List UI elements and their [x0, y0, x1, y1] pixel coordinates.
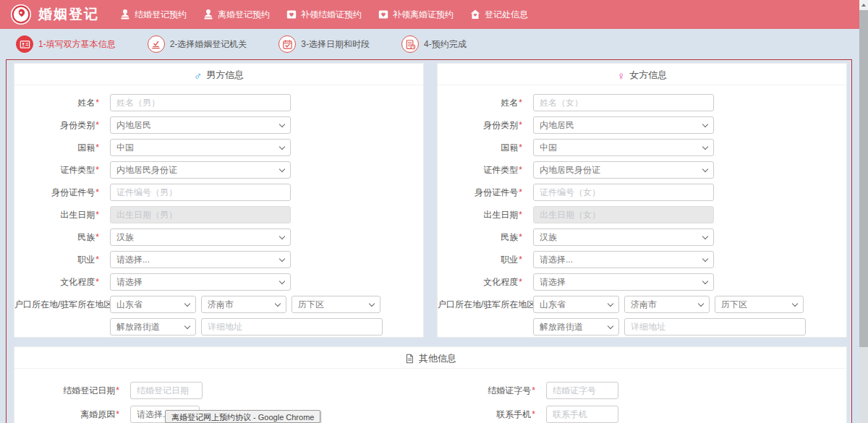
scroll-up-arrow-icon [861, 4, 866, 7]
scrollbar-thumb[interactable] [859, 10, 868, 347]
chevron-down-icon [698, 300, 704, 306]
female-ethnicity-label: 民族* [438, 228, 533, 246]
male-name-input[interactable] [110, 94, 291, 111]
contact-phone-input[interactable] [546, 406, 618, 423]
chevron-down-icon [608, 300, 613, 306]
nav-item-divorce-appointment[interactable]: 离婚登记预约 [203, 9, 270, 21]
male-education-row: 文化程度*请选择 [14, 273, 423, 291]
female-certificate-type-row: 证件类型*内地居民身份证 [438, 161, 846, 179]
female-nationality-row: 国籍*中国 [438, 139, 846, 156]
nav-item-marriage-appointment[interactable]: 结婚登记预约 [119, 9, 187, 21]
female-province-select[interactable]: 山东省 [533, 296, 619, 313]
male-region-row: 户口所在地/驻军所在地区县*山东省济南市历下区解放路街道 [14, 296, 423, 336]
female-detail-address-input[interactable] [624, 318, 806, 336]
female-nationality-label: 国籍* [438, 139, 533, 156]
step-2-select-authority[interactable]: 2-选择婚姻登记机关 [148, 35, 247, 53]
female-region-label: 户口所在地/驻军所在地区县* [438, 296, 533, 313]
female-form: 姓名*身份类别*内地居民国籍*中国证件类型*内地居民身份证身份证件号*出生日期*… [438, 85, 846, 336]
other-contact-phone-label: 联系手机* [430, 406, 546, 423]
female-city-select[interactable]: 济南市 [624, 296, 710, 313]
scroll-up-button[interactable] [859, 0, 868, 10]
chevron-down-icon [702, 233, 708, 239]
female-identity-type-row: 身份类别*内地居民 [438, 116, 846, 134]
female-certificate-type-select[interactable]: 内地居民身份证 [533, 161, 714, 179]
chevron-down-icon [702, 143, 708, 149]
other-panel-title: 其他信息 [14, 349, 846, 369]
main-nav: 结婚登记预约离婚登记预约补领结婚证预约补领离婚证预约登记处信息 [119, 9, 528, 21]
other-form: 结婚登记日期*离婚原因*请选择... 结婚证字号*联系手机* [14, 369, 846, 423]
other-marriage-registration-date-label: 结婚登记日期* [14, 382, 130, 399]
chevron-down-icon [279, 255, 285, 261]
marriage-registration-date-input[interactable] [130, 382, 203, 399]
female-occupation-select[interactable]: 请选择... [533, 251, 714, 268]
steps-bar: 1-填写双方基本信息2-选择婚姻登记机关3-选择日期和时段4-预约完成 [0, 29, 868, 59]
step-4-appointment-done[interactable]: 4-预约完成 [401, 35, 467, 53]
female-birth-date-label: 出生日期* [438, 206, 533, 223]
chevron-down-icon [279, 121, 285, 127]
stamp-check-icon [148, 35, 165, 53]
male-certificate-type-label: 证件类型* [14, 161, 110, 179]
male-id-number-label: 身份证件号* [14, 184, 110, 201]
female-name-input[interactable] [533, 94, 714, 111]
male-district-select[interactable]: 历下区 [292, 296, 380, 313]
step-1-basic-info[interactable]: 1-填写双方基本信息 [16, 35, 116, 53]
female-education-label: 文化程度* [438, 273, 533, 291]
female-nationality-select[interactable]: 中国 [533, 139, 714, 156]
male-panel-title: ♂ 男方信息 [14, 66, 423, 85]
female-gender-icon: ♀ [617, 70, 625, 81]
certificate-heart-icon [286, 9, 297, 20]
female-street-select[interactable]: 解放路街道 [533, 318, 619, 336]
male-ethnicity-select[interactable]: 汉族 [110, 228, 291, 246]
female-district-select[interactable]: 历下区 [715, 296, 804, 313]
female-identity-type-select[interactable]: 内地居民 [533, 116, 714, 134]
female-education-select[interactable]: 请选择 [533, 273, 714, 291]
male-identity-type-select[interactable]: 内地居民 [110, 116, 291, 134]
male-nationality-select[interactable]: 中国 [110, 139, 291, 156]
male-ethnicity-label: 民族* [14, 228, 110, 246]
browser-window-tooltip: 离婚登记网上预约协议 - Google Chrome [165, 410, 320, 423]
chevron-down-icon [702, 255, 708, 261]
other-info-panel: 其他信息 结婚登记日期*离婚原因*请选择... 结婚证字号*联系手机* [14, 346, 847, 423]
male-province-select[interactable]: 山东省 [110, 296, 196, 313]
female-info-panel: ♀ 女方信息 姓名*身份类别*内地居民国籍*中国证件类型*内地居民身份证身份证件… [437, 63, 847, 338]
other-form-right-column: 结婚证字号*联系手机* [430, 382, 846, 423]
male-certificate-type-select[interactable]: 内地居民身份证 [110, 161, 291, 179]
female-certificate-type-label: 证件类型* [438, 161, 533, 179]
step-3-select-date-time[interactable]: 3-选择日期和时段 [278, 35, 370, 53]
marriage-certificate-number-input[interactable] [546, 382, 618, 399]
nav-item-label: 登记处信息 [485, 9, 528, 21]
male-occupation-select[interactable]: 请选择... [110, 251, 291, 268]
chevron-down-icon [279, 143, 285, 149]
office-icon [469, 9, 481, 20]
male-identity-type-row: 身份类别*内地居民 [14, 116, 423, 134]
male-birth-date-input [110, 206, 291, 223]
chevron-down-icon [702, 121, 708, 127]
chevron-down-icon [702, 166, 708, 171]
other-marriage-certificate-number-label: 结婚证字号* [430, 382, 546, 399]
male-education-label: 文化程度* [14, 273, 110, 291]
male-city-select[interactable]: 济南市 [201, 296, 286, 313]
idcard-icon [16, 35, 33, 53]
female-id-number-input[interactable] [533, 184, 714, 201]
female-occupation-label: 职业* [438, 251, 533, 268]
female-ethnicity-select[interactable]: 汉族 [533, 228, 714, 246]
calendar-check-icon [278, 35, 296, 53]
female-panel-title-text: 女方信息 [629, 69, 667, 82]
nav-item-registry-office-info[interactable]: 登记处信息 [469, 9, 528, 21]
male-nationality-row: 国籍*中国 [14, 139, 423, 156]
male-street-select[interactable]: 解放路街道 [110, 318, 196, 336]
male-identity-type-label: 身份类别* [14, 116, 110, 134]
male-education-select[interactable]: 请选择 [110, 273, 291, 291]
nav-item-reissue-marriage-certificate[interactable]: 补领结婚证预约 [286, 9, 362, 21]
scrollbar[interactable] [859, 0, 868, 423]
stamp-icon [203, 9, 214, 20]
female-id-number-row: 身份证件号* [438, 184, 846, 201]
female-id-number-label: 身份证件号* [438, 184, 533, 201]
male-info-panel: ♂ 男方信息 姓名*身份类别*内地居民国籍*中国证件类型*内地居民身份证身份证件… [14, 63, 424, 338]
male-id-number-input[interactable] [110, 184, 291, 201]
app-title: 婚姻登记 [38, 5, 99, 24]
nav-item-label: 离婚登记预约 [218, 9, 270, 21]
female-panel-title: ♀ 女方信息 [438, 66, 846, 85]
male-detail-address-input[interactable] [201, 318, 383, 336]
nav-item-reissue-divorce-certificate[interactable]: 补领离婚证预约 [378, 9, 454, 21]
